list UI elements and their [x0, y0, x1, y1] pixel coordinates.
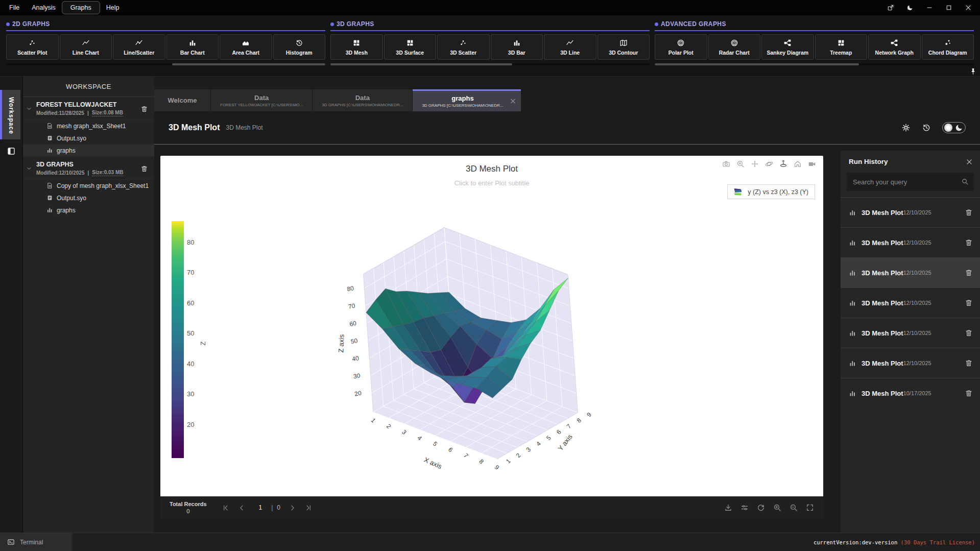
theme-toggle[interactable] — [942, 122, 966, 133]
tab-data-1[interactable]: DataFOREST YELLOWJACKET [C:\USERS\MO... — [211, 89, 312, 111]
orbit-icon[interactable] — [765, 160, 773, 168]
ribbon-scrollbar[interactable] — [655, 63, 974, 65]
3d-surface-button[interactable]: 3D Surface — [384, 34, 437, 60]
pin-icon[interactable] — [969, 67, 977, 75]
close-icon[interactable] — [966, 158, 973, 165]
menu-item-help[interactable]: Help — [100, 2, 126, 13]
menu-item-file[interactable]: File — [3, 2, 26, 13]
run-history-item[interactable]: 3D Mesh Plot12/10/2025 — [841, 197, 980, 227]
run-history-item[interactable]: 3D Mesh Plot12/10/2025 — [841, 257, 980, 288]
home-icon[interactable] — [794, 160, 802, 168]
delete-run-icon[interactable] — [965, 208, 973, 217]
current-page[interactable]: 1 — [259, 504, 262, 511]
delete-run-icon[interactable] — [965, 238, 973, 247]
search-input[interactable] — [847, 173, 974, 191]
tree-item-copy-of-mesh-graph-xlsx-sheet1[interactable]: Copy of mesh graph_xlsx_Sheet1 — [23, 180, 154, 192]
plot-canvas[interactable]: 12345678912345678920304050607080X axisY … — [160, 156, 823, 496]
bar-chart-button[interactable]: Bar Chart — [166, 34, 219, 60]
download-icon[interactable] — [724, 504, 732, 512]
tree-item-mesh-graph-xlsx-sheet1[interactable]: mesh graph_xlsx_Sheet1 — [23, 120, 154, 132]
delete-run-icon[interactable] — [965, 269, 973, 277]
close-tab-icon[interactable] — [510, 98, 516, 105]
delete-project-icon[interactable] — [140, 105, 148, 113]
delete-run-icon[interactable] — [965, 329, 973, 337]
network-graph-button[interactable]: Network Graph — [868, 34, 921, 60]
camera-icon[interactable] — [722, 160, 730, 168]
terminal-label: Terminal — [20, 539, 43, 546]
tab-welcome-0[interactable]: Welcome — [154, 89, 210, 111]
pan-icon[interactable] — [751, 160, 759, 168]
run-history-item[interactable]: 3D Mesh Plot12/10/2025 — [841, 227, 980, 257]
chevron-down-icon[interactable] — [26, 165, 36, 172]
tree-item-graphs[interactable]: graphs — [23, 145, 154, 157]
terminal-button[interactable]: Terminal — [0, 533, 72, 551]
zoomin-icon[interactable] — [773, 504, 781, 512]
ribbon-scrollbar[interactable] — [330, 63, 650, 65]
turntable-icon[interactable] — [779, 160, 787, 168]
tree-item-output-syo[interactable]: Output.syo — [23, 192, 154, 204]
delete-project-icon[interactable] — [140, 165, 148, 173]
3d-mesh-button[interactable]: 3D Mesh — [330, 34, 383, 60]
area-chart-button[interactable]: Area Chart — [220, 34, 272, 60]
line-scatter-button[interactable]: Line/Scatter — [113, 34, 165, 60]
delete-run-icon[interactable] — [965, 359, 973, 367]
radar-chart-button[interactable]: Radar Chart — [708, 34, 761, 60]
history-icon[interactable] — [922, 123, 931, 132]
workspace-activity-tab[interactable]: Workspace — [2, 90, 20, 139]
ribbon-scrollbar[interactable] — [6, 63, 325, 65]
histogram-button[interactable]: Histogram — [273, 34, 326, 60]
3d-scatter-button[interactable]: 3D Scatter — [437, 34, 490, 60]
version-label: currentVersion:dev-version — [814, 539, 897, 545]
polar-plot-button[interactable]: Polar Plot — [655, 34, 707, 60]
search-icon — [961, 178, 969, 185]
pg-prev-icon[interactable] — [238, 504, 246, 512]
line-chart-button[interactable]: Line Chart — [60, 34, 112, 60]
legend[interactable]: y (Z) vs z3 (X), z3 (Y) — [727, 184, 815, 199]
close-icon[interactable] — [965, 4, 972, 11]
scatter-plot-button[interactable]: Scatter Plot — [6, 34, 59, 60]
run-history-item[interactable]: 3D Mesh Plot10/17/2025 — [841, 378, 980, 408]
delete-run-icon[interactable] — [965, 299, 973, 307]
minimize-icon[interactable] — [926, 4, 933, 11]
svg-text:7: 7 — [565, 422, 573, 430]
maximize-icon[interactable] — [945, 4, 952, 11]
ribbon-scrollbar-thumb[interactable] — [172, 63, 325, 65]
run-history-item[interactable]: 3D Mesh Plot12/10/2025 — [841, 318, 980, 348]
project-row[interactable]: 3D GRAPHSModified:12/10/2025|Size:0.03 M… — [23, 157, 154, 180]
settings-gear-icon[interactable] — [901, 123, 911, 132]
run-history-item[interactable]: 3D Mesh Plot12/10/2025 — [841, 288, 980, 318]
project-row[interactable]: FOREST YELLOWJACKETModified:11/28/2025|S… — [23, 97, 154, 120]
tree-item-graphs[interactable]: graphs — [23, 204, 154, 217]
menu-item-analysis[interactable]: Analysis — [26, 2, 62, 13]
tab-data-2[interactable]: Data3D GRAPHS [C:\USERS\MOHAM\ONEDR... — [313, 89, 412, 111]
tree-item-output-syo[interactable]: Output.syo — [23, 132, 154, 145]
colorbar-tick: 20 — [187, 421, 194, 428]
run-history-item[interactable]: 3D Mesh Plot12/10/2025 — [841, 348, 980, 378]
refresh-icon[interactable] — [757, 504, 765, 512]
ribbon-scrollbar-thumb[interactable] — [655, 63, 859, 65]
tab-graphs-3[interactable]: graphs3D GRAPHS [C:\USERS\MOHAM\ONEDR... — [413, 89, 520, 111]
movie-icon[interactable] — [808, 160, 816, 168]
ribbon-scrollbar-thumb[interactable] — [330, 63, 512, 65]
3d-contour-button[interactable]: 3D Contour — [597, 34, 650, 60]
fullscreen-icon[interactable] — [806, 504, 814, 512]
plot-subtitle-placeholder[interactable]: Click to enter Plot subtitle — [160, 179, 823, 187]
moon-icon[interactable] — [906, 4, 914, 11]
chord-diagram-button[interactable]: Chord Diagram — [922, 34, 974, 60]
panel-toggle-icon[interactable] — [7, 147, 16, 156]
chevron-down-icon[interactable] — [26, 106, 36, 112]
delete-run-icon[interactable] — [965, 389, 973, 397]
3d-line-button[interactable]: 3D Line — [544, 34, 596, 60]
sankey-diagram-button[interactable]: Sankey Diagram — [761, 34, 814, 60]
3d-bar-button[interactable]: 3D Bar — [491, 34, 543, 60]
pg-next-icon[interactable] — [289, 504, 296, 512]
zoomin-icon[interactable] — [736, 160, 745, 168]
menu-item-graphs[interactable]: Graphs — [62, 1, 100, 14]
external-icon[interactable] — [887, 4, 894, 11]
zoomout-icon[interactable] — [790, 504, 798, 512]
flow-icon[interactable] — [740, 504, 749, 512]
treemap-button[interactable]: Treemap — [815, 34, 868, 60]
pg-first-icon[interactable] — [222, 504, 230, 512]
pg-last-icon[interactable] — [304, 504, 312, 512]
svg-text:4: 4 — [416, 434, 423, 442]
